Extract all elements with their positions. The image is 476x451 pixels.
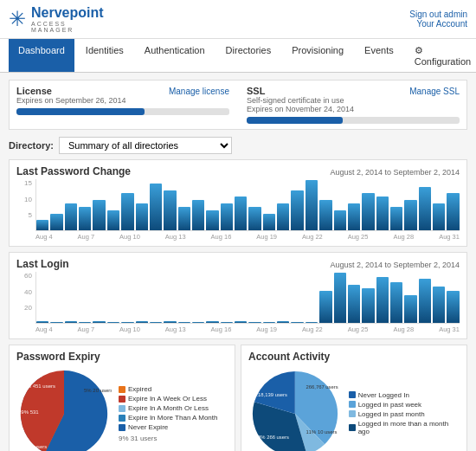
- password-expiry-chart: 5% 20 users 1% 4 users 7% 31 users 19% 5…: [16, 366, 228, 451]
- nav-configuration[interactable]: ⚙ Configuration: [405, 39, 476, 72]
- account-link[interactable]: Your Account: [409, 19, 467, 29]
- nav-authentication[interactable]: Authentication: [135, 39, 215, 72]
- login-bar-8: [150, 322, 162, 323]
- legend-expired: Expired: [119, 385, 217, 393]
- license-progress-fill: [16, 108, 145, 115]
- navigation: Dashboard Identities Authentication Dire…: [0, 39, 476, 73]
- legend-never: Never Expire: [119, 423, 217, 431]
- password-expiry-legend: Expired Expire In A Week Or Less Expire …: [119, 385, 217, 442]
- login-bar-0: [36, 321, 48, 323]
- logo-sub2: MANAGER: [31, 27, 104, 33]
- password-change-section: Last Password Change August 2, 2014 to S…: [9, 159, 467, 247]
- login-bar-18: [291, 322, 303, 323]
- login-bar-2: [65, 321, 77, 323]
- login-bar-21: [334, 273, 346, 323]
- login-bar-7: [136, 321, 148, 323]
- yaxis-5: 5: [16, 211, 32, 219]
- bottom-charts-row: Password Expiry: [9, 345, 467, 451]
- legend-dot-past-week: [349, 401, 356, 408]
- directory-row: Directory: Summary of all directories: [9, 137, 467, 154]
- yaxis-10: 10: [16, 196, 32, 203]
- password-bar-13: [221, 203, 233, 230]
- license-progress: [16, 108, 229, 115]
- password-expiry-section: Password Expiry: [9, 345, 235, 451]
- password-change-date: August 2, 2014 to September 2, 2014: [330, 168, 460, 177]
- login-bar-28: [433, 287, 445, 323]
- legend-week: Expire In A Week Or Less: [119, 395, 217, 403]
- pie-label-4: 19% 531: [18, 409, 39, 415]
- account-activity-section: Account Activity 266,767 users 11% 10: [241, 345, 467, 451]
- password-bar-4: [93, 200, 105, 230]
- password-bar-22: [348, 203, 360, 230]
- nav-directories[interactable]: Directories: [216, 39, 281, 72]
- nav-identities[interactable]: Identities: [76, 39, 133, 72]
- password-bar-0: [36, 220, 48, 230]
- legend-never-logged: Never Logged In: [349, 391, 460, 399]
- legend-past-month: Logged in past month: [349, 410, 460, 418]
- pie-label-big: 68% 451 users: [21, 383, 55, 389]
- login-bar-29: [447, 291, 459, 323]
- nav-events[interactable]: Events: [355, 39, 403, 72]
- login-bar-27: [419, 279, 431, 323]
- login-bar-9: [164, 321, 176, 323]
- password-xaxis: Aug 4Aug 7Aug 10Aug 13Aug 16Aug 19Aug 22…: [35, 233, 460, 241]
- password-bar-28: [433, 203, 445, 230]
- password-bars-area: Aug 4Aug 7Aug 10Aug 13Aug 16Aug 19Aug 22…: [35, 179, 460, 241]
- directory-select[interactable]: Summary of all directories: [59, 137, 232, 154]
- nav-dashboard[interactable]: Dashboard: [9, 39, 74, 72]
- password-expiry-title: Password Expiry: [16, 351, 228, 363]
- legend-month-less: Expire In A Month Or Less: [119, 404, 217, 412]
- login-bar-15: [248, 322, 261, 323]
- password-bar-29: [447, 193, 459, 230]
- login-bar-6: [121, 322, 133, 323]
- password-change-title: Last Password Change: [16, 165, 131, 177]
- password-bar-27: [419, 187, 431, 230]
- manage-license-link[interactable]: Manage license: [169, 87, 229, 96]
- password-bar-6: [121, 193, 133, 230]
- password-bar-1: [50, 214, 62, 230]
- login-bar-23: [362, 288, 374, 323]
- login-bar-20: [319, 291, 331, 323]
- last-login-date: August 2, 2014 to September 2, 2014: [330, 261, 460, 269]
- login-bar-13: [221, 322, 233, 323]
- logo-name: Nervepoint: [31, 5, 104, 21]
- legend-dot-never-logged: [349, 391, 356, 398]
- signout-link[interactable]: Sign out admin: [409, 10, 467, 19]
- password-bar-20: [319, 200, 331, 230]
- logo-sub1: ACCESS: [31, 21, 104, 27]
- license-expires: Expires on September 26, 2014: [16, 96, 229, 105]
- password-bar-24: [376, 197, 389, 230]
- login-bar-1: [50, 322, 62, 323]
- logo-icon: ✳: [9, 7, 26, 31]
- account-activity-chart: 266,767 users 11% 10 users 38% 266 users…: [248, 366, 460, 451]
- legend-dot-month-ago: [349, 424, 356, 431]
- aa-label-3: 38% 266 users: [255, 435, 289, 440]
- login-bar-12: [206, 321, 218, 323]
- login-bar-10: [178, 322, 190, 323]
- ssl-progress-fill: [247, 117, 343, 124]
- logo-text-block: Nervepoint ACCESS MANAGER: [31, 5, 104, 33]
- aa-label-1: 266,767 users: [306, 384, 338, 390]
- pie-label-1: 5% 20 users: [84, 388, 112, 393]
- password-bar-7: [136, 203, 148, 230]
- header: ✳ Nervepoint ACCESS MANAGER Sign out adm…: [0, 0, 476, 39]
- nav-provisioning[interactable]: Provisioning: [282, 39, 353, 72]
- aa-label-4: 218,139 users: [255, 392, 287, 397]
- ssl-status: Self-signed certificate in use: [247, 96, 460, 105]
- password-bar-8: [150, 184, 162, 230]
- login-xaxis: Aug 4Aug 7Aug 10Aug 13Aug 16Aug 19Aug 22…: [35, 325, 460, 333]
- password-bar-11: [192, 200, 204, 230]
- password-bar-9: [164, 190, 176, 230]
- legend-month-more: Expire In More Than A Month: [119, 414, 217, 422]
- ssl-progress: [247, 117, 460, 124]
- manage-ssl-link[interactable]: Manage SSL: [409, 87, 460, 96]
- header-links: Sign out admin Your Account: [409, 10, 467, 29]
- last-login-title: Last Login: [16, 258, 69, 270]
- password-bar-17: [277, 203, 289, 230]
- legend-dot-month-less: [119, 405, 125, 412]
- legend-past-week: Logged in past week: [349, 401, 460, 409]
- login-bar-3: [79, 322, 91, 323]
- password-change-chart: 15 10 5 Aug 4Aug 7Aug 10Aug 13Aug 16Aug …: [16, 179, 460, 241]
- license-ssl-row: License Manage license Expires on Septem…: [9, 80, 467, 130]
- ssl-title: SSL: [247, 86, 265, 96]
